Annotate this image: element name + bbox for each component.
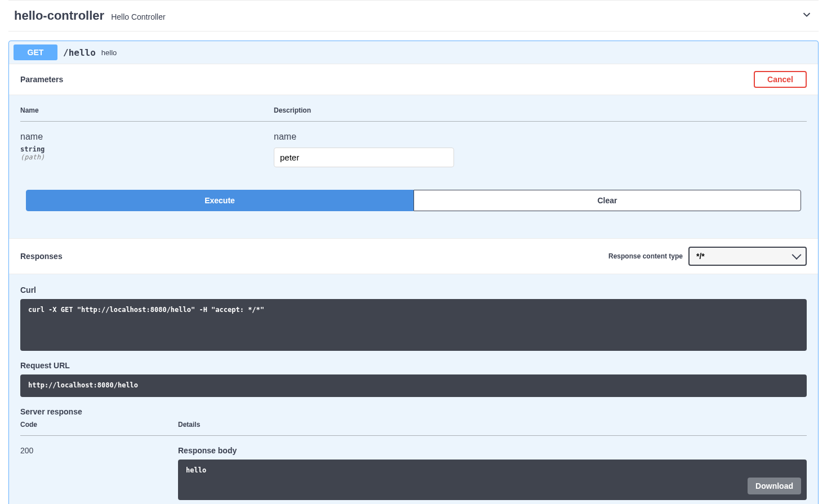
response-table: Code Details 200 Response body hello Dow… [20,421,807,500]
param-name: name [20,132,274,142]
param-desc-header: Description [274,106,807,122]
request-url-label: Request URL [20,361,807,370]
operation-block: GET /hello hello Parameters Cancel Name … [8,41,819,504]
http-method-badge: GET [14,44,57,60]
chevron-down-icon [801,8,813,23]
param-name-header: Name [20,106,274,122]
response-body-label: Response body [178,446,807,455]
curl-label: Curl [20,286,807,295]
clear-button[interactable]: Clear [414,190,801,211]
param-description: name [274,132,807,142]
cancel-button[interactable]: Cancel [754,71,807,88]
response-code: 200 [20,436,178,501]
content-type-select[interactable]: */* [688,247,807,266]
parameters-table: Name Description name string (path) name [20,106,807,167]
response-body-text: hello [186,466,206,474]
tag-title: hello-controller [14,8,104,23]
tag-header-left: hello-controller Hello Controller [14,8,166,23]
execute-button-row: Execute Clear [26,190,801,211]
operation-path: /hello [63,47,96,58]
curl-block: curl -X GET "http://localhost:8080/hello… [20,299,807,351]
responses-title: Responses [20,252,63,261]
param-type: string [20,145,274,153]
operation-summary-text: hello [101,48,117,57]
parameters-title: Parameters [20,75,63,84]
details-header: Details [178,421,807,436]
operation-summary[interactable]: GET /hello hello [9,41,818,64]
execute-button[interactable]: Execute [26,190,414,211]
parameters-header: Parameters Cancel [9,64,818,95]
request-url-block: http://localhost:8080/hello [20,374,807,397]
parameter-row: name string (path) name [20,122,807,168]
parameters-body: Name Description name string (path) name [9,95,818,222]
responses-header-right: Response content type */* [608,247,807,266]
response-body-block: hello Download [178,460,807,500]
response-row: 200 Response body hello Download [20,436,807,501]
content-type-select-wrap: */* [688,247,807,266]
download-button[interactable]: Download [748,478,801,494]
responses-header: Responses Response content type */* [9,238,818,274]
code-header: Code [20,421,178,436]
server-response-label: Server response [20,407,807,416]
tag-header[interactable]: hello-controller Hello Controller [8,0,819,32]
content-type-label: Response content type [608,252,683,260]
result-body: Curl curl -X GET "http://localhost:8080/… [9,274,818,504]
param-in: (path) [20,153,274,161]
param-value-input[interactable] [274,148,454,167]
tag-description: Hello Controller [111,12,165,21]
